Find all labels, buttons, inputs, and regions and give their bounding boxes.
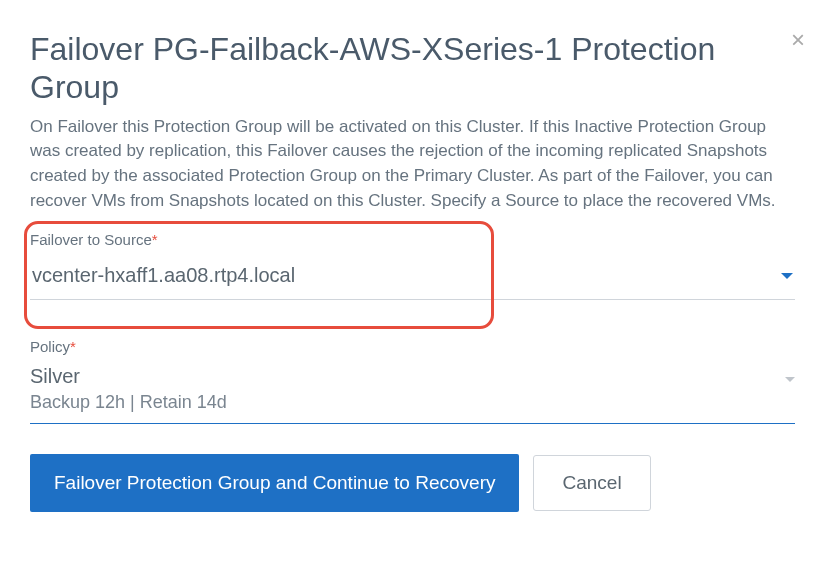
policy-field: Policy* Silver Backup 12h | Retain 14d <box>30 330 795 424</box>
required-marker: * <box>70 338 76 355</box>
policy-value: Silver <box>30 365 227 388</box>
cancel-button[interactable]: Cancel <box>533 455 650 511</box>
label-text: Failover to Source <box>30 231 152 248</box>
chevron-down-icon <box>781 273 793 279</box>
button-row: Failover Protection Group and Continue t… <box>30 454 795 512</box>
policy-dropdown[interactable]: Silver Backup 12h | Retain 14d <box>30 365 795 423</box>
required-marker: * <box>152 231 158 248</box>
label-text: Policy <box>30 338 70 355</box>
failover-source-field: Failover to Source* vcenter-hxaff1.aa08.… <box>30 223 795 308</box>
failover-source-value: vcenter-hxaff1.aa08.rtp4.local <box>32 264 295 287</box>
failover-source-label: Failover to Source* <box>30 231 795 248</box>
policy-detail: Backup 12h | Retain 14d <box>30 392 227 423</box>
modal-title: Failover PG-Failback-AWS-XSeries-1 Prote… <box>30 30 795 107</box>
failover-continue-button[interactable]: Failover Protection Group and Continue t… <box>30 454 519 512</box>
policy-label: Policy* <box>30 338 795 355</box>
failover-source-dropdown[interactable]: vcenter-hxaff1.aa08.rtp4.local <box>30 258 795 300</box>
chevron-down-icon <box>785 377 795 382</box>
close-icon[interactable]: × <box>791 28 805 52</box>
modal-description: On Failover this Protection Group will b… <box>30 115 795 214</box>
